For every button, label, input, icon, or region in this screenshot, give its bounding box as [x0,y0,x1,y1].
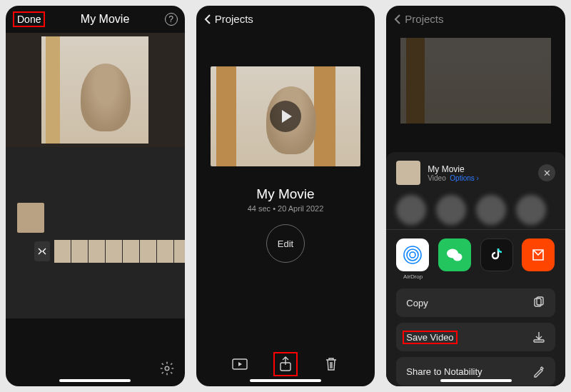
action-copy[interactable]: Copy [396,288,555,317]
timeline-area[interactable] [6,147,185,318]
project-toolbar [196,352,375,376]
editor-title: My Movie [81,13,129,26]
action-label: Share to Notability [406,366,482,377]
chevron-left-icon [393,14,402,25]
share-item-thumb [396,161,420,185]
chevron-left-icon [203,14,212,25]
transition-icon[interactable] [34,241,50,261]
screen-editor: Done My Movie ? [6,6,185,386]
action-label: Save Video [406,332,453,343]
share-apps-row: AirDrop [396,238,555,280]
share-icon[interactable] [273,352,298,376]
app-icon [522,238,555,271]
project-thumbnail[interactable] [211,66,361,166]
tiktok-icon [480,238,513,271]
screen-share-sheet: Projects My Movie Video Options › ✕ [386,6,565,386]
share-app-label: AirDrop [396,273,430,280]
share-app-tiktok[interactable] [480,238,514,280]
svg-point-3 [410,252,415,258]
svg-point-0 [165,366,169,371]
timeline[interactable] [34,240,185,263]
home-indicator[interactable] [59,379,131,382]
share-item-subtitle: Video Options › [428,174,531,182]
share-app-airdrop[interactable]: AirDrop [396,238,430,280]
pencil-icon [532,365,545,378]
project-meta: 44 sec • 20 April 2022 [196,204,375,213]
edit-button[interactable]: Edit [266,224,305,263]
play-fullscreen-icon[interactable] [228,352,252,376]
wechat-icon [438,238,471,271]
download-icon [532,331,545,343]
back-label: Projects [405,13,443,25]
share-options-link[interactable]: Options › [450,174,479,182]
share-sheet-header: My Movie Video Options › ✕ [396,161,555,185]
close-icon[interactable]: ✕ [538,164,555,181]
dimmed-preview [400,38,551,124]
action-save-video[interactable]: Save Video [396,323,555,351]
share-sheet: My Movie Video Options › ✕ AirDrop [386,152,565,386]
done-button[interactable]: Done [17,14,41,25]
done-button-highlight: Done [13,11,45,27]
action-label: Copy [406,298,428,308]
clip-strip[interactable] [54,240,185,263]
airdrop-contacts-row[interactable] [396,195,555,225]
video-preview[interactable] [6,33,185,147]
svg-point-4 [407,249,418,261]
settings-icon[interactable] [159,361,175,376]
back-button[interactable]: Projects [196,6,375,32]
screen-project-detail: Projects My Movie 44 sec • 20 April 2022… [196,6,375,386]
save-video-highlight: Save Video [403,331,457,344]
share-app-generic[interactable] [522,238,555,280]
home-indicator[interactable] [250,379,321,382]
help-icon[interactable]: ? [165,13,178,26]
delete-icon[interactable] [319,352,343,376]
back-button-dim: Projects [386,6,565,32]
editor-header: Done My Movie ? [6,6,185,33]
svg-rect-10 [534,340,544,342]
clip-thumbnail[interactable] [17,203,44,233]
project-title: My Movie [196,186,375,202]
svg-point-7 [453,253,463,261]
back-label: Projects [215,13,253,25]
share-action-list: Copy Save Video Share to Notability Open… [396,288,555,386]
share-item-title: My Movie [428,164,531,174]
home-indicator[interactable] [440,379,512,382]
play-icon[interactable] [270,101,301,132]
airdrop-icon [396,238,429,271]
share-app-wechat[interactable] [438,238,472,280]
copy-icon [532,296,545,309]
